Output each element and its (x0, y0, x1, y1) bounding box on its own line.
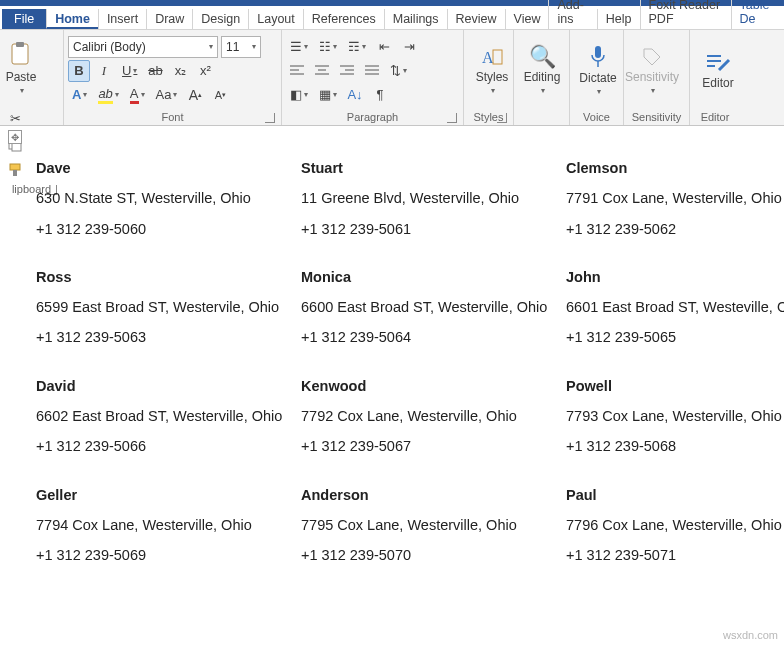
bullets-button[interactable]: ☰▾ (286, 36, 312, 58)
label-phone: +1 312 239-5067 (301, 436, 556, 456)
align-center-button[interactable] (311, 60, 333, 82)
chevron-down-icon: ▾ (115, 90, 119, 99)
svg-rect-20 (595, 46, 601, 58)
group-paragraph: ☰▾ ☷▾ ☶▾ ⇤ ⇥ ⇅▾ ◧▾ ▦▾ A↓ ¶ Paragraph (282, 30, 464, 125)
grow-font-button[interactable]: A▴ (184, 84, 206, 106)
tab-file[interactable]: File (2, 9, 46, 29)
justify-button[interactable] (361, 60, 383, 82)
tab-design[interactable]: Design (192, 9, 248, 29)
tab-layout[interactable]: Layout (248, 9, 303, 29)
label-cell[interactable]: Powell7793 Cox Lane, Westerville, Ohio+1… (566, 376, 784, 457)
label-address: 7794 Cox Lane, Westerville, Ohio (36, 515, 291, 535)
labels-table[interactable]: Dave630 N.State ST, Westerville, Ohio+1 … (8, 140, 784, 566)
label-address: 630 N.State ST, Westerville, Ohio (36, 188, 291, 208)
font-color-button[interactable]: A▾ (126, 84, 149, 106)
group-label-voice: Voice (574, 109, 619, 125)
sensitivity-button: Sensitivity▾ (628, 35, 676, 107)
tab-insert[interactable]: Insert (98, 9, 146, 29)
svg-text:A: A (482, 49, 494, 66)
show-marks-button[interactable]: ¶ (369, 84, 391, 106)
dialog-launcher-icon[interactable] (447, 113, 457, 123)
editing-button[interactable]: 🔍 Editing▾ (518, 35, 566, 107)
dialog-launcher-icon[interactable] (265, 113, 275, 123)
paste-icon (9, 42, 33, 68)
tab-table-design[interactable]: Table De (731, 0, 784, 29)
label-cell[interactable]: Ross6599 East Broad ST, Westervile, Ohio… (36, 267, 291, 348)
label-cell[interactable]: David6602 East Broad ST, Westerville, Oh… (36, 376, 291, 457)
chevron-down-icon: ▾ (173, 90, 177, 99)
highlight-button[interactable]: ab▾ (94, 84, 122, 106)
styles-label: Styles (476, 70, 509, 84)
label-name: Ross (36, 267, 291, 287)
label-phone: +1 312 239-5060 (36, 219, 291, 239)
sort-button[interactable]: A↓ (344, 84, 366, 106)
microphone-icon (588, 45, 608, 69)
label-phone: +1 312 239-5061 (301, 219, 556, 239)
paint-bucket-icon: ◧ (290, 87, 302, 102)
label-cell[interactable]: Clemson7791 Cox Lane, Westerville, Ohio+… (566, 158, 784, 239)
tab-mailings[interactable]: Mailings (384, 9, 447, 29)
indent-icon: ⇥ (404, 39, 415, 54)
subscript-button[interactable]: x₂ (169, 60, 191, 82)
ribbon-tabs: File HomeInsertDrawDesignLayoutReference… (0, 6, 784, 30)
bold-button[interactable]: B (68, 60, 90, 82)
line-spacing-button[interactable]: ⇅▾ (386, 60, 411, 82)
shading-button[interactable]: ◧▾ (286, 84, 312, 106)
tab-foxit-reader-pdf[interactable]: Foxit Reader PDF (640, 0, 731, 29)
tab-view[interactable]: View (505, 9, 549, 29)
sort-icon: A↓ (347, 87, 362, 102)
superscript-button[interactable]: x² (194, 60, 216, 82)
label-cell[interactable]: Dave630 N.State ST, Westerville, Ohio+1 … (36, 158, 291, 239)
styles-button[interactable]: A Styles▾ (468, 35, 516, 107)
tab-review[interactable]: Review (447, 9, 505, 29)
chevron-down-icon: ▾ (252, 42, 256, 51)
tab-add-ins[interactable]: Add-ins (548, 0, 596, 29)
italic-button[interactable]: I (93, 60, 115, 82)
document-area[interactable]: ✥ Dave630 N.State ST, Westerville, Ohio+… (0, 126, 784, 566)
label-phone: +1 312 239-5070 (301, 545, 556, 565)
chevron-down-icon: ▾ (209, 42, 213, 51)
font-effects-button[interactable]: A▾ (68, 84, 91, 106)
label-cell[interactable]: Stuart11 Greene Blvd, Westerville, Ohio+… (301, 158, 556, 239)
tab-help[interactable]: Help (597, 9, 640, 29)
font-size-combo[interactable]: 11▾ (221, 36, 261, 58)
numbering-button[interactable]: ☷▾ (315, 36, 341, 58)
group-styles: A Styles▾ Styles (464, 30, 514, 125)
align-right-icon (340, 65, 354, 77)
font-name-combo[interactable]: Calibri (Body)▾ (68, 36, 218, 58)
align-left-button[interactable] (286, 60, 308, 82)
label-cell[interactable]: John6601 East Broad ST, Westeville, Ohio… (566, 267, 784, 348)
label-address: 11 Greene Blvd, Westerville, Ohio (301, 188, 556, 208)
chevron-down-icon: ▾ (541, 86, 545, 95)
label-address: 6600 East Broad ST, Westerville, Ohio (301, 297, 556, 317)
label-cell[interactable]: Anderson7795 Cox Lane, Westerville, Ohio… (301, 485, 556, 566)
label-phone: +1 312 239-5062 (566, 219, 784, 239)
align-left-icon (290, 65, 304, 77)
svg-rect-1 (16, 42, 24, 47)
align-right-button[interactable] (336, 60, 358, 82)
multilevel-button[interactable]: ☶▾ (344, 36, 370, 58)
paste-button[interactable]: Paste ▾ (4, 32, 38, 104)
dictate-button[interactable]: Dictate▾ (574, 35, 622, 107)
label-cell[interactable]: Monica6600 East Broad ST, Westerville, O… (301, 267, 556, 348)
label-address: 7795 Cox Lane, Westerville, Ohio (301, 515, 556, 535)
outdent-icon: ⇤ (379, 39, 390, 54)
label-phone: +1 312 239-5071 (566, 545, 784, 565)
label-cell[interactable]: Paul7796 Cox Lane, Westerville, Ohio+1 3… (566, 485, 784, 566)
editor-button[interactable]: Editor (694, 35, 742, 107)
tab-draw[interactable]: Draw (146, 9, 192, 29)
increase-indent-button[interactable]: ⇥ (398, 36, 420, 58)
change-case-button[interactable]: Aa▾ (152, 84, 182, 106)
borders-button[interactable]: ▦▾ (315, 84, 341, 106)
shrink-font-button[interactable]: A▾ (209, 84, 231, 106)
label-cell[interactable]: Geller7794 Cox Lane, Westerville, Ohio+1… (36, 485, 291, 566)
label-cell[interactable]: Kenwood7792 Cox Lane, Westerville, Ohio+… (301, 376, 556, 457)
underline-button[interactable]: U▾ (118, 60, 141, 82)
tab-home[interactable]: Home (46, 9, 98, 29)
svg-rect-19 (493, 50, 502, 64)
decrease-indent-button[interactable]: ⇤ (373, 36, 395, 58)
table-move-handle[interactable]: ✥ (8, 130, 22, 144)
tab-references[interactable]: References (303, 9, 384, 29)
strikethrough-button[interactable]: ab (144, 60, 166, 82)
dialog-launcher-icon[interactable] (497, 113, 507, 123)
